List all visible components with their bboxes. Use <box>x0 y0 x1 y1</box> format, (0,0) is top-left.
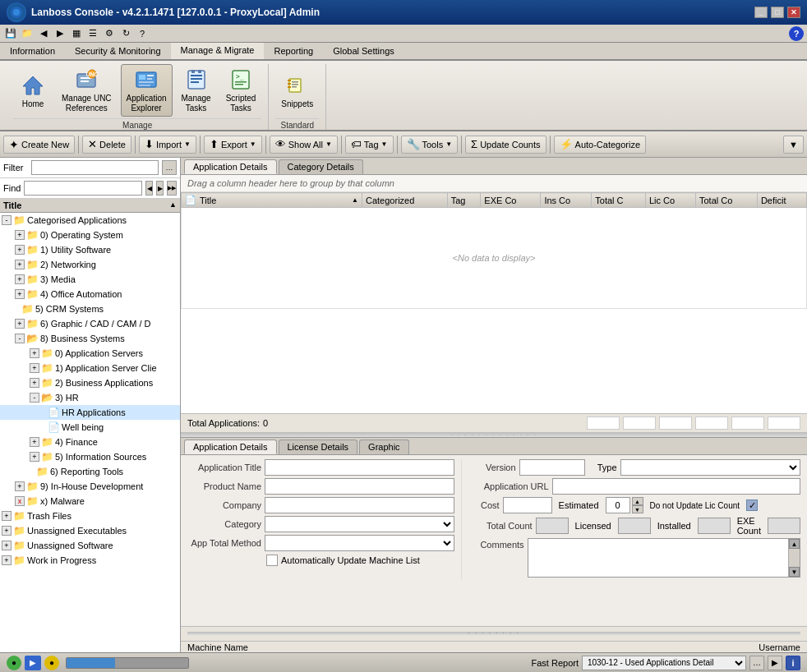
app-url-input[interactable] <box>552 478 800 495</box>
menu-manage[interactable]: Manage & Migrate <box>171 43 265 59</box>
type-select[interactable] <box>620 459 800 476</box>
quick-help-icon[interactable]: ? <box>135 26 150 41</box>
ribbon-home-button[interactable]: Home <box>13 64 53 117</box>
licensed-input[interactable] <box>618 518 651 534</box>
quick-grid-icon[interactable]: ▦ <box>69 26 84 41</box>
tree-item-inhouse[interactable]: + 📁 9) In-House Development <box>0 479 180 494</box>
category-select[interactable] <box>265 516 454 532</box>
quick-settings-icon[interactable]: ⚙ <box>102 26 117 41</box>
import-button[interactable]: ⬇ Import ▼ <box>139 136 196 154</box>
col-ins-co[interactable]: Ins Co <box>541 193 592 208</box>
exe-count-input[interactable] <box>768 518 800 534</box>
comments-scroll-up[interactable]: ▲ <box>789 539 800 549</box>
tree-item-unassigned-exe[interactable]: + 📁 Unassigned Executables <box>0 523 180 538</box>
update-counts-button[interactable]: Σ Update Counts <box>465 136 546 154</box>
ribbon-scripted-tasks-button[interactable]: >_ ScriptedTasks <box>220 64 262 117</box>
expand-malware[interactable]: x <box>15 496 25 506</box>
app-total-method-select[interactable] <box>265 535 454 551</box>
comments-scroll-down[interactable]: ▼ <box>789 567 800 577</box>
col-total-c[interactable]: Total C <box>592 193 646 208</box>
tree-item-categorised[interactable]: - 📁 Categorised Applications <box>0 213 180 228</box>
find-input[interactable] <box>24 181 142 196</box>
tab-bottom-app-details[interactable]: Application Details <box>184 440 277 454</box>
expand-networking[interactable]: + <box>15 260 25 269</box>
fast-report-select[interactable]: 1030-12 - Used Applications Detail <box>582 656 746 670</box>
company-input[interactable] <box>265 497 454 513</box>
tree-item-hr-apps[interactable]: 📄 HR Applications <box>0 405 180 420</box>
delete-button[interactable]: ✕ Delete <box>82 136 131 154</box>
expand-inhouse[interactable]: + <box>15 481 25 491</box>
ribbon-manage-tasks-button[interactable]: ManageTasks <box>176 64 217 117</box>
tag-button[interactable]: 🏷 Tag ▼ <box>345 136 394 154</box>
ribbon-snippets-button[interactable]: Snippets <box>275 64 319 117</box>
tree-item-graphic[interactable]: + 📁 6) Graphic / CAD / CAM / D <box>0 316 180 331</box>
expand-finance[interactable]: + <box>30 437 39 447</box>
expand-trash[interactable]: + <box>2 511 12 521</box>
export-button[interactable]: ⬆ Export ▼ <box>204 136 262 154</box>
find-next-button[interactable]: ▶ <box>156 181 164 196</box>
expand-app-servers[interactable]: + <box>30 348 39 358</box>
tree-item-app-servers[interactable]: + 📁 0) Application Servers <box>0 346 180 361</box>
minimize-button[interactable]: _ <box>754 7 768 18</box>
tools-button[interactable]: 🔧 Tools ▼ <box>401 136 459 154</box>
expand-business[interactable]: - <box>15 334 25 343</box>
expand-utility[interactable]: + <box>15 245 25 255</box>
filter-input[interactable] <box>31 160 159 175</box>
tree-item-finance[interactable]: + 📁 4) Finance <box>0 435 180 449</box>
tree-item-crm[interactable]: 📁 5) CRM Systems <box>0 301 180 316</box>
tree-item-biz-apps[interactable]: + 📁 2) Business Applications <box>0 375 180 390</box>
filter-browse-button[interactable]: … <box>162 160 177 175</box>
estimated-down[interactable]: ▼ <box>632 505 643 513</box>
close-button[interactable]: ✕ <box>787 7 800 18</box>
tree-item-business[interactable]: - 📂 8) Business Systems <box>0 331 180 346</box>
tree-item-reporting[interactable]: 📁 6) Reporting Tools <box>0 464 180 479</box>
expand-app-srv-client[interactable]: + <box>30 363 39 373</box>
total-count-input[interactable] <box>536 518 569 534</box>
tree-item-malware[interactable]: x 📁 x) Malware <box>0 494 180 509</box>
auto-categorize-button[interactable]: ⚡ Auto-Categorize <box>554 136 647 154</box>
ribbon-manage-unc-button[interactable]: UNC Manage UNCReferences <box>56 64 118 117</box>
quick-fwd-icon[interactable]: ▶ <box>53 26 67 41</box>
tree-item-info-sources[interactable]: + 📁 5) Information Sources <box>0 449 180 464</box>
menu-global[interactable]: Global Settings <box>323 43 404 59</box>
tab-category-details[interactable]: Category Details <box>279 159 363 174</box>
tree-item-media[interactable]: + 📁 3) Media <box>0 272 180 287</box>
expand-media[interactable]: + <box>15 274 25 284</box>
expand-hr[interactable]: - <box>30 393 39 403</box>
menu-reporting[interactable]: Reporting <box>264 43 323 59</box>
app-title-input[interactable] <box>265 459 454 476</box>
help-button[interactable]: ? <box>789 26 804 41</box>
col-tag[interactable]: Tag <box>447 193 481 208</box>
quick-save-icon[interactable]: 💾 <box>3 26 18 41</box>
expand-os[interactable]: + <box>15 230 25 240</box>
tree-item-trash[interactable]: + 📁 Trash Files <box>0 509 180 523</box>
expand-unassigned-sw[interactable]: + <box>2 541 12 550</box>
expand-unassigned-exe[interactable]: + <box>2 526 12 536</box>
quick-back-icon[interactable]: ◀ <box>36 26 51 41</box>
tree-item-hr[interactable]: - 📂 3) HR <box>0 390 180 405</box>
col-deficit[interactable]: Deficit <box>757 193 806 208</box>
cost-input[interactable] <box>503 497 552 513</box>
col-exe-co[interactable]: EXE Co <box>481 193 541 208</box>
expand-office[interactable]: + <box>15 289 25 299</box>
tree-item-os[interactable]: + 📁 0) Operating System <box>0 228 180 242</box>
expand-wip[interactable]: + <box>2 555 12 565</box>
tab-graphic[interactable]: Graphic <box>359 440 409 454</box>
tree-item-utility[interactable]: + 📁 1) Utility Software <box>0 242 180 257</box>
tree-item-office[interactable]: + 📁 4) Office Automation <box>0 287 180 301</box>
col-categorized[interactable]: Categorized <box>362 193 448 208</box>
tree-item-wip[interactable]: + 📁 Work in Progress <box>0 553 180 568</box>
no-update-checkbox[interactable]: ✓ <box>746 499 758 511</box>
tab-license-details[interactable]: License Details <box>279 440 358 454</box>
comments-textarea[interactable] <box>528 539 788 577</box>
create-new-button[interactable]: ✦ Create New <box>3 136 75 154</box>
col-title[interactable]: 📄 Title ▲ <box>182 193 362 208</box>
maximize-button[interactable]: □ <box>771 7 784 18</box>
main-grid[interactable]: 📄 Title ▲ Categorized Tag EXE Co Ins Co … <box>181 192 807 413</box>
expand-categorised[interactable]: - <box>2 215 12 225</box>
quick-folder-icon[interactable]: 📁 <box>20 26 35 41</box>
find-all-button[interactable]: ▶▶ <box>167 181 177 196</box>
expand-biz-apps[interactable]: + <box>30 378 39 388</box>
menu-information[interactable]: Information <box>0 43 65 59</box>
report-browse-button[interactable]: … <box>749 656 764 670</box>
